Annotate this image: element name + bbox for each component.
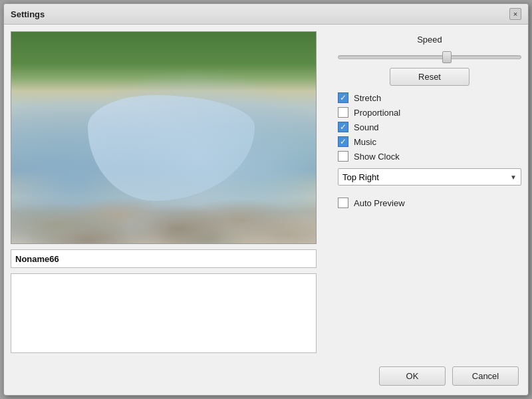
music-label: Music [354, 137, 376, 147]
auto-preview-section[interactable]: Auto Preview [338, 192, 521, 213]
preview-image [11, 32, 316, 243]
position-dropdown[interactable]: Top Right ▼ [338, 168, 521, 186]
auto-preview-label: Auto Preview [354, 198, 405, 208]
showclock-label: Show Clock [354, 152, 400, 162]
close-button[interactable]: × [509, 8, 521, 20]
proportional-checkbox[interactable] [338, 107, 348, 118]
ok-button[interactable]: OK [379, 366, 446, 386]
proportional-checkbox-row[interactable]: Proportional [338, 107, 521, 118]
chevron-down-icon: ▼ [510, 174, 517, 181]
sound-checkbox-row[interactable]: ✓ Sound [338, 122, 521, 132]
right-panel: Speed Reset ✓ Stretch Proportional ✓ [338, 31, 521, 353]
dialog-footer: OK Cancel [4, 360, 528, 395]
settings-dialog: Settings × Noname66 Speed Reset [3, 3, 529, 396]
dialog-body: Noname66 Speed Reset ✓ Stretch [4, 25, 528, 360]
left-panel: Noname66 [11, 31, 330, 353]
checkboxes-section: ✓ Stretch Proportional ✓ Sound ✓ Music [338, 92, 521, 162]
speed-slider[interactable] [338, 55, 521, 59]
proportional-label: Proportional [354, 108, 400, 118]
speed-label: Speed [417, 35, 442, 45]
sound-checkbox[interactable]: ✓ [338, 122, 348, 132]
dialog-title: Settings [11, 9, 45, 19]
filename-display: Noname66 [11, 249, 317, 268]
showclock-checkbox-row[interactable]: Show Clock [338, 151, 521, 162]
music-checkbox[interactable]: ✓ [338, 136, 348, 147]
cancel-button[interactable]: Cancel [452, 366, 519, 386]
dropdown-value: Top Right [342, 172, 379, 182]
music-checkbox-row[interactable]: ✓ Music [338, 136, 521, 147]
position-dropdown-row: Top Right ▼ [338, 168, 521, 186]
speed-section: Speed Reset [338, 35, 521, 86]
sound-label: Sound [354, 122, 379, 132]
showclock-checkbox[interactable] [338, 151, 348, 162]
stretch-label: Stretch [354, 93, 381, 103]
description-area[interactable] [11, 273, 317, 353]
title-bar: Settings × [4, 4, 528, 25]
stretch-checkbox-row[interactable]: ✓ Stretch [338, 92, 521, 103]
stretch-checkbox[interactable]: ✓ [338, 92, 348, 103]
image-preview [11, 31, 317, 244]
auto-preview-checkbox[interactable] [338, 198, 348, 208]
reset-button[interactable]: Reset [390, 68, 469, 86]
